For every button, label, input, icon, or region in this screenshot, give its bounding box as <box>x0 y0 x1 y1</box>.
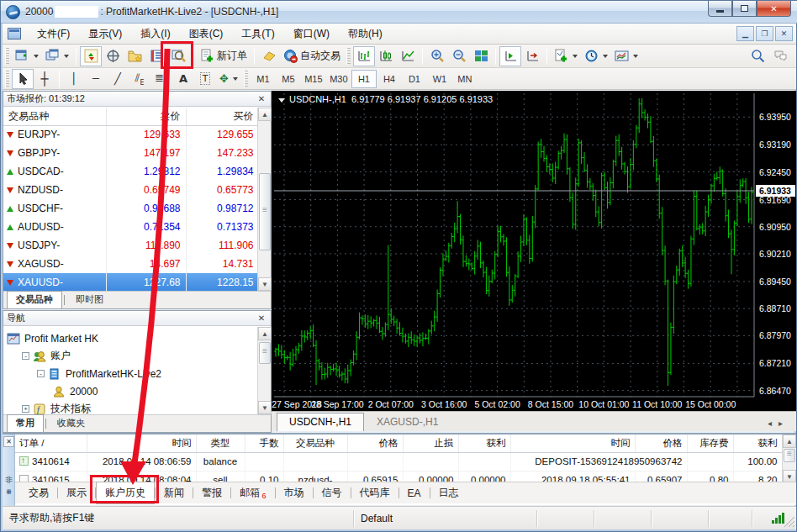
strategy-tester-button[interactable] <box>167 46 189 66</box>
vertical-line-tool-button[interactable]: │ <box>63 69 85 89</box>
mw-col-symbol[interactable]: 交易品种 <box>3 108 106 125</box>
crosshair-tool-button[interactable]: ┼ <box>34 69 55 89</box>
chart-window-icon[interactable] <box>8 28 21 40</box>
close-icon[interactable]: ✕ <box>256 94 267 103</box>
expand-icon[interactable]: + <box>22 405 29 413</box>
market-watch-button[interactable] <box>80 46 102 66</box>
ticker-icon[interactable]: 非 <box>3 475 14 485</box>
terminal-tab-8[interactable]: 代码库 <box>351 482 398 503</box>
close-button[interactable]: ✕ <box>757 1 791 17</box>
collapse-icon[interactable]: - <box>37 370 45 377</box>
arrows-tool-button[interactable]: ✥ <box>216 69 241 89</box>
market-watch-scrollbar[interactable]: ▲ ▼ <box>257 108 271 291</box>
terminal-col-2[interactable]: 类型 <box>196 435 245 452</box>
terminal-col-5[interactable]: 价格 <box>347 435 403 452</box>
periods-button[interactable] <box>581 46 611 66</box>
scrollbar-thumb[interactable] <box>784 449 795 462</box>
menu-f[interactable]: 文件(F) <box>28 24 79 45</box>
status-profile[interactable]: Default <box>354 510 537 527</box>
terminal-tab-6[interactable]: 市场 <box>276 482 313 503</box>
indicators-button[interactable] <box>551 46 581 66</box>
new-order-button[interactable]: 新订单 <box>197 46 251 66</box>
terminal-col-6[interactable]: 止损 <box>403 435 458 452</box>
navigator-item-4[interactable]: +f技术指标 <box>7 400 257 414</box>
terminal-col-11[interactable]: 获利 <box>733 435 782 452</box>
horizontal-line-tool-button[interactable]: ─ <box>85 69 107 89</box>
ticker-icon[interactable]: ⧻ <box>3 487 14 497</box>
candlestick-chart[interactable]: 6.939506.931906.924506.916906.909506.902… <box>272 91 796 411</box>
timeframe-m5[interactable]: M5 <box>276 70 301 88</box>
minimize-button[interactable] <box>708 1 732 17</box>
scroll-up-icon[interactable]: ▲ <box>258 327 272 340</box>
candlestick-mode-button[interactable] <box>375 46 397 66</box>
market-watch-row-eurjpy[interactable]: EURJPY-129.633129.655 <box>3 125 257 144</box>
new-chart-button[interactable] <box>12 46 42 66</box>
terminal-tab-7[interactable]: 信号 <box>314 482 351 503</box>
search-icon[interactable] <box>751 49 765 63</box>
market-watch-tab-1[interactable]: 即时图 <box>66 291 113 308</box>
market-watch-row-gbpjpy[interactable]: GBPJPY-147.197147.233 <box>3 144 257 162</box>
navigator-tab-1[interactable]: 收藏夹 <box>48 414 94 432</box>
scroll-up-icon[interactable]: ▲ <box>258 108 272 121</box>
terminal-col-1[interactable]: 时间 <box>87 435 196 452</box>
toolbar-grip[interactable] <box>5 71 9 87</box>
channel-tool-button[interactable]: ⫽E <box>129 69 150 89</box>
terminal-button[interactable] <box>145 46 167 66</box>
toolbar-grip[interactable] <box>5 48 9 65</box>
toolbar-grip[interactable] <box>346 48 351 65</box>
auto-scroll-button[interactable] <box>499 46 521 66</box>
navigator-item-2[interactable]: -ProfitMarketHK-Live2 <box>7 365 257 382</box>
menu-c[interactable]: 图表(C) <box>180 24 233 45</box>
child-minimize-button[interactable]: ▁ <box>736 26 754 41</box>
market-watch-row-nzdusd[interactable]: NZDUSD-0.657490.65773 <box>3 181 257 199</box>
terminal-col-0[interactable]: 订单 / <box>15 435 87 452</box>
tile-windows-button[interactable] <box>470 46 492 66</box>
timeframe-m30[interactable]: M30 <box>326 70 351 88</box>
terminal-col-8[interactable]: 时间 <box>510 435 635 452</box>
chart-shift-button[interactable] <box>521 46 543 66</box>
market-watch-tab-0[interactable]: 交易品种 <box>7 291 62 308</box>
timeframe-m15[interactable]: M15 <box>301 70 326 88</box>
market-watch-header[interactable]: 市场报价: 01:39:12✕ <box>3 92 271 107</box>
scroll-up-icon[interactable]: ▲ <box>783 435 796 448</box>
close-icon[interactable]: ✕ <box>256 313 267 323</box>
timeframe-d1[interactable]: D1 <box>402 70 427 88</box>
zoom-in-button[interactable] <box>426 46 448 66</box>
metaeditor-button[interactable] <box>258 46 280 66</box>
collapse-icon[interactable]: - <box>22 352 29 360</box>
restore-button[interactable] <box>732 1 757 17</box>
market-watch-row-xauusd[interactable]: XAUUSD-1227.681228.15 <box>3 273 257 291</box>
text-label-tool-button[interactable]: T <box>194 69 216 89</box>
tab-scroll-left-icon[interactable]: ◂ <box>768 419 779 428</box>
scrollbar-thumb[interactable] <box>259 173 271 250</box>
chart-window[interactable]: USDCNH-,H1 6.91779 6.91937 6.91205 6.919… <box>272 91 796 411</box>
timeframe-h4[interactable]: H4 <box>377 70 402 88</box>
timeframe-w1[interactable]: W1 <box>427 70 452 88</box>
profiles-button[interactable] <box>42 46 72 66</box>
navigator-tab-0[interactable]: 常用 <box>7 414 44 432</box>
templates-button[interactable] <box>611 46 641 66</box>
community-chat-icon[interactable] <box>773 49 788 63</box>
terminal-col-10[interactable]: 库存费 <box>687 435 733 452</box>
terminal-scrollbar[interactable]: ▲ ▼ <box>782 435 796 483</box>
data-window-button[interactable] <box>102 46 124 66</box>
chart-tab-0[interactable]: USDCNH-,H1 <box>277 413 364 431</box>
chart-tab-1[interactable]: XAGUSD-,H1 <box>364 413 451 431</box>
scroll-down-icon[interactable]: ▼ <box>258 277 272 291</box>
bar-chart-mode-button[interactable] <box>353 46 375 66</box>
terminal-tab-2[interactable]: 账户历史 <box>96 482 155 504</box>
navigator-item-3[interactable]: 20000 <box>7 382 257 400</box>
child-close-button[interactable]: ✕ <box>775 26 793 41</box>
menu-w[interactable]: 窗口(W) <box>284 24 339 45</box>
zoom-out-button[interactable] <box>448 46 470 66</box>
menu-i[interactable]: 插入(I) <box>131 24 179 45</box>
timeframe-mn[interactable]: MN <box>452 70 478 88</box>
menu-h[interactable]: 帮助(H) <box>339 24 392 45</box>
terminal-tab-4[interactable]: 警报 <box>193 482 230 503</box>
scroll-down-icon[interactable]: ▼ <box>258 401 272 414</box>
menu-t[interactable]: 工具(T) <box>232 24 283 45</box>
chevron-down-icon[interactable] <box>278 98 285 103</box>
terminal-col-4[interactable]: 交易品种 <box>283 435 347 452</box>
child-restore-button[interactable]: ❐ <box>756 26 773 41</box>
tab-scroll-right-icon[interactable]: ▸ <box>779 419 789 428</box>
